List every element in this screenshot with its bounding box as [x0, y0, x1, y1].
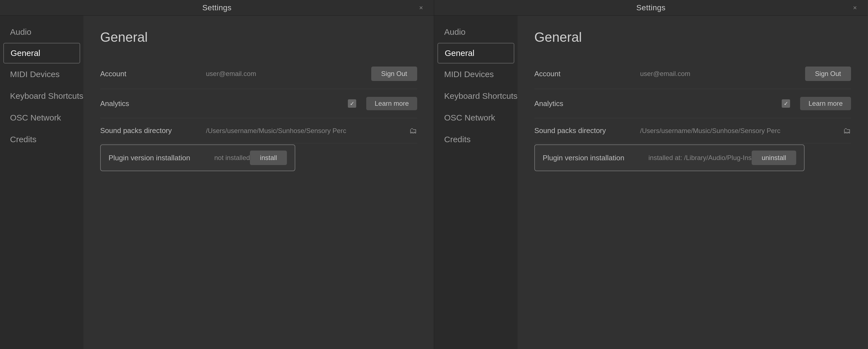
plugin-row-left: Plugin version installation not installe… — [100, 145, 295, 171]
plugin-row-container-right: Plugin version installation installed at… — [534, 143, 851, 172]
close-button-left[interactable]: × — [416, 3, 426, 13]
learn-more-button-right[interactable]: Learn more — [800, 97, 851, 110]
account-actions-right: Sign Out — [805, 66, 851, 81]
settings-window-left: Settings × Audio General MIDI Devices Ke… — [0, 0, 434, 349]
check-icon-left: ✓ — [350, 100, 354, 107]
sidebar-item-credits-left[interactable]: Credits — [0, 129, 84, 150]
sidebar-right: Audio General MIDI Devices Keyboard Shor… — [434, 15, 518, 349]
account-value-left: user@email.com — [206, 70, 371, 77]
analytics-row-right: Analytics ✓ Learn more — [534, 89, 851, 118]
account-label-right: Account — [534, 70, 640, 78]
uninstall-button-right[interactable]: uninstall — [752, 151, 796, 165]
window-title-left: Settings — [202, 3, 231, 12]
sound-packs-row-right: Sound packs directory /Users/username/Mu… — [534, 118, 851, 143]
sound-packs-row-left: Sound packs directory /Users/username/Mu… — [100, 118, 417, 143]
account-actions-left: Sign Out — [371, 66, 417, 81]
sound-packs-label-left: Sound packs directory — [100, 126, 206, 135]
sign-out-button-right[interactable]: Sign Out — [805, 66, 851, 81]
plugin-row-container-left: Plugin version installation not installe… — [100, 143, 417, 172]
analytics-checkbox-left[interactable]: ✓ — [348, 99, 356, 108]
sound-packs-label-right: Sound packs directory — [534, 126, 640, 135]
learn-more-button-left[interactable]: Learn more — [366, 97, 417, 110]
sidebar-item-audio-right[interactable]: Audio — [434, 21, 518, 43]
analytics-row-left: Analytics ✓ Learn more — [100, 89, 417, 118]
sidebar-item-keyboard-left[interactable]: Keyboard Shortcuts — [0, 85, 84, 107]
main-content-left: General Account user@email.com Sign Out … — [84, 15, 434, 349]
account-row-right: Account user@email.com Sign Out — [534, 59, 851, 89]
plugin-status-right: installed at: /Library/Audio/Plug-Ins — [648, 154, 752, 162]
sign-out-button-left[interactable]: Sign Out — [371, 66, 417, 81]
analytics-checkbox-wrap-left: ✓ — [348, 99, 361, 108]
sidebar-item-midi-right[interactable]: MIDI Devices — [434, 63, 518, 85]
plugin-label-left: Plugin version installation — [108, 154, 214, 162]
settings-window-right: Settings × Audio General MIDI Devices Ke… — [434, 0, 868, 349]
sidebar-item-midi-left[interactable]: MIDI Devices — [0, 63, 84, 85]
check-icon-right: ✓ — [784, 100, 788, 107]
analytics-actions-left: ✓ Learn more — [348, 97, 417, 110]
sidebar-item-osc-right[interactable]: OSC Network — [434, 107, 518, 129]
analytics-label-right: Analytics — [534, 99, 640, 108]
analytics-label-left: Analytics — [100, 99, 206, 108]
folder-icon-right[interactable]: 🗂 — [843, 126, 851, 135]
analytics-checkbox-right[interactable]: ✓ — [782, 99, 790, 108]
sound-packs-value-right: /Users/username/Music/Sunhose/Sensory Pe… — [640, 127, 840, 135]
account-value-right: user@email.com — [640, 70, 805, 77]
section-title-right: General — [534, 30, 851, 45]
window-title-right: Settings — [636, 3, 665, 12]
sound-packs-value-left: /Users/username/Music/Sunhose/Sensory Pe… — [206, 127, 406, 135]
section-title-left: General — [100, 30, 417, 45]
main-content-right: General Account user@email.com Sign Out … — [518, 15, 868, 349]
sidebar-item-audio-left[interactable]: Audio — [0, 21, 84, 43]
sidebar-item-general-right[interactable]: General — [437, 43, 514, 63]
window-body-right: Audio General MIDI Devices Keyboard Shor… — [434, 15, 868, 349]
close-button-right[interactable]: × — [850, 3, 860, 13]
window-body-left: Audio General MIDI Devices Keyboard Shor… — [0, 15, 434, 349]
sidebar-item-osc-left[interactable]: OSC Network — [0, 107, 84, 129]
install-button-left[interactable]: install — [250, 151, 287, 165]
analytics-checkbox-wrap-right: ✓ — [782, 99, 795, 108]
account-label-left: Account — [100, 70, 206, 78]
plugin-label-right: Plugin version installation — [543, 154, 648, 162]
plugin-row-right: Plugin version installation installed at… — [534, 145, 805, 171]
sidebar-item-general-left[interactable]: General — [3, 43, 80, 63]
folder-icon-left[interactable]: 🗂 — [409, 126, 417, 135]
plugin-status-left: not installed — [214, 154, 250, 162]
sidebar-left: Audio General MIDI Devices Keyboard Shor… — [0, 15, 84, 349]
title-bar-right: Settings × — [434, 0, 868, 15]
title-bar-left: Settings × — [0, 0, 434, 15]
sidebar-item-keyboard-right[interactable]: Keyboard Shortcuts — [434, 85, 518, 107]
account-row-left: Account user@email.com Sign Out — [100, 59, 417, 89]
sidebar-item-credits-right[interactable]: Credits — [434, 129, 518, 150]
analytics-actions-right: ✓ Learn more — [782, 97, 851, 110]
